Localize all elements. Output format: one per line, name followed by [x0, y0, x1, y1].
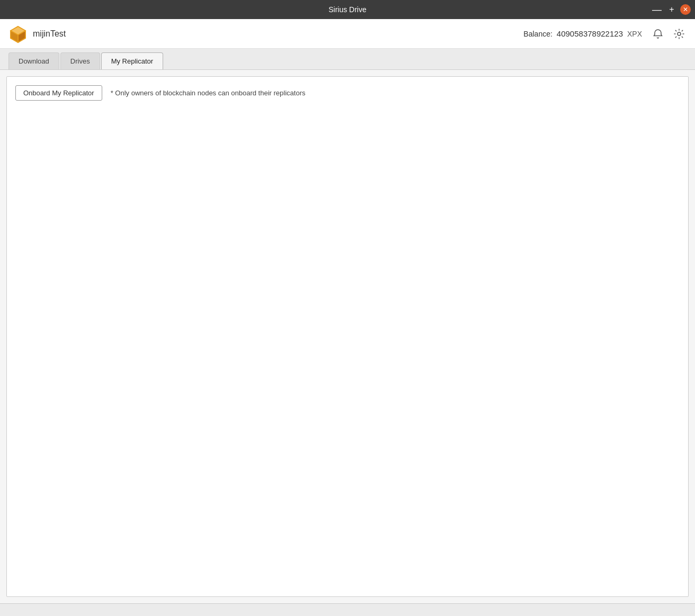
app-name: mijinTest	[33, 29, 66, 39]
onboard-my-replicator-button[interactable]: Onboard My Replicator	[15, 85, 102, 101]
header-right: Balance: 409058378922123 XPX	[523, 26, 687, 41]
svg-point-4	[678, 32, 681, 35]
settings-button[interactable]	[672, 26, 687, 41]
logo-area: mijinTest	[8, 24, 66, 43]
balance-label: Balance:	[523, 30, 552, 38]
app-header: mijinTest Balance: 409058378922123 XPX	[0, 19, 695, 49]
main-content: Onboard My Replicator * Only owners of b…	[0, 70, 695, 603]
app-logo-icon	[8, 24, 28, 43]
balance-value: 409058378922123	[557, 29, 623, 38]
tab-drives[interactable]: Drives	[60, 52, 100, 69]
bell-icon	[653, 29, 663, 39]
content-panel: Onboard My Replicator * Only owners of b…	[6, 76, 689, 597]
status-bar	[0, 603, 695, 616]
tabs-bar: Download Drives My Replicator	[0, 49, 695, 70]
tab-download[interactable]: Download	[8, 52, 59, 69]
onboard-area: Onboard My Replicator * Only owners of b…	[15, 85, 680, 101]
tab-my-replicator[interactable]: My Replicator	[101, 52, 163, 69]
notification-button[interactable]	[651, 26, 665, 41]
balance-area: Balance: 409058378922123 XPX	[523, 29, 642, 38]
maximize-button[interactable]: +	[665, 3, 678, 16]
balance-currency: XPX	[627, 30, 642, 38]
close-button[interactable]: ✕	[680, 4, 691, 15]
gear-icon	[674, 29, 684, 39]
header-icons	[651, 26, 687, 41]
window-controls: — + ✕	[651, 3, 691, 16]
window-title: Sirius Drive	[328, 5, 367, 14]
minimize-button[interactable]: —	[651, 3, 663, 16]
title-bar: Sirius Drive — + ✕	[0, 0, 695, 19]
onboard-note: * Only owners of blockchain nodes can on…	[111, 89, 306, 97]
